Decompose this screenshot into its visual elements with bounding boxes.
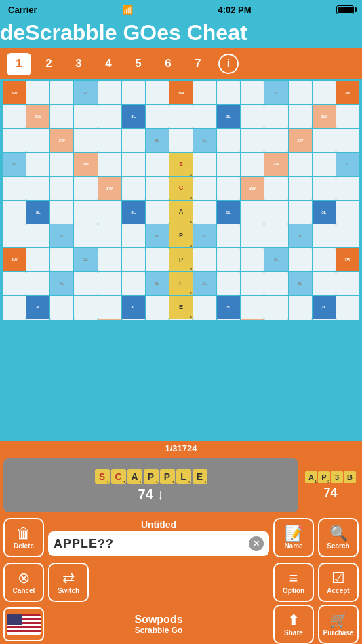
board-cell-8-0 — [3, 272, 26, 295]
clear-button[interactable]: ✕ — [249, 536, 264, 551]
delete-button[interactable]: 🗑 Delete — [3, 518, 44, 557]
board-cell-0-1 — [26, 81, 49, 104]
tab-6[interactable]: 6 — [156, 53, 180, 75]
board-cell-6-13 — [313, 224, 336, 247]
board-cell-10-4: 2W — [98, 319, 121, 320]
tab-2[interactable]: 2 — [37, 53, 61, 75]
info-button[interactable]: i — [218, 54, 239, 74]
board-cell-10-12 — [289, 319, 312, 320]
board-cell-8-13 — [313, 272, 336, 295]
board-cell-10-13 — [313, 319, 336, 320]
word-input[interactable] — [54, 537, 249, 551]
board-cell-3-8 — [193, 153, 216, 176]
board-cell-7-14: 3W — [336, 248, 359, 271]
action-row: ⊗ Cancel ⇄ Switch ≡ Option ☑ Accept — [0, 560, 362, 605]
name-label: Name — [284, 542, 302, 550]
board-cell-6-12: 2L — [289, 224, 312, 247]
board-cell-4-1 — [26, 177, 49, 200]
input-row: 🗑 Delete Untitled ✕ 📝 Name 🔍 Search — [0, 515, 362, 560]
board-cell-10-11 — [264, 319, 287, 320]
board-cell-5-11 — [264, 201, 287, 224]
board-cell-9-11 — [264, 296, 287, 319]
board-cell-9-4 — [98, 296, 121, 319]
board-cell-1-1: 2W — [26, 105, 49, 128]
board-cell-8-6: 2L — [146, 272, 169, 295]
board-cell-8-3 — [74, 272, 97, 295]
board-cell-5-9: 3L — [217, 201, 240, 224]
board-cell-7-11: 2L — [264, 248, 287, 271]
word-score: 74 ↓ — [138, 487, 164, 502]
board-cell-1-13: 2W — [313, 105, 336, 128]
name-button[interactable]: 📝 Name — [273, 518, 314, 557]
tab-4[interactable]: 4 — [96, 53, 121, 75]
board-cell-2-1 — [26, 129, 49, 152]
board-cell-2-10 — [241, 129, 264, 152]
purchase-button[interactable]: 🛒 Purchase — [318, 605, 359, 644]
option-icon: ≡ — [289, 571, 298, 586]
board-cell-10-14 — [336, 319, 359, 320]
board-cell-8-4 — [98, 272, 121, 295]
board-cell-5-2 — [50, 201, 73, 224]
search-button[interactable]: 🔍 Search — [318, 518, 359, 557]
tab-5[interactable]: 5 — [126, 53, 150, 75]
board-cell-5-13: 3L — [313, 201, 336, 224]
option-button[interactable]: ≡ Option — [273, 563, 314, 602]
board-cell-6-9 — [217, 224, 240, 247]
board-cell-9-2 — [50, 296, 73, 319]
tab-3[interactable]: 3 — [66, 53, 91, 75]
board-cell-5-8 — [193, 201, 216, 224]
board-cell-0-8 — [193, 81, 216, 104]
tile-S: S1 — [95, 469, 110, 484]
board-cell-8-9 — [217, 272, 240, 295]
cancel-button[interactable]: ⊗ Cancel — [3, 563, 44, 602]
board-cell-10-0 — [3, 319, 26, 320]
board-cell-2-0 — [3, 129, 26, 152]
board-cell-5-6 — [146, 201, 169, 224]
board-cell-4-5 — [122, 177, 145, 200]
board-cell-1-3 — [74, 105, 97, 128]
board-cell-5-14 — [336, 201, 359, 224]
board-cell-4-2 — [50, 177, 73, 200]
board-cell-6-4 — [98, 224, 121, 247]
board-cell-9-10 — [241, 296, 264, 319]
board-cell-4-8 — [193, 177, 216, 200]
share-icon: ⬆ — [287, 613, 300, 628]
side-tile-A: A1 — [305, 471, 317, 483]
flag-button[interactable] — [3, 607, 44, 641]
counter-label: 1/31724 — [165, 443, 197, 454]
board-cell-8-10 — [241, 272, 264, 295]
share-button[interactable]: ⬆ Share — [273, 605, 314, 644]
board-cell-3-11: 2W — [264, 153, 287, 176]
board-cell-7-9 — [217, 248, 240, 271]
board-cell-0-11: 2L — [264, 81, 287, 104]
board-cell-9-8 — [193, 296, 216, 319]
flag-canton — [7, 614, 22, 625]
word-display-row: S1 C3 A1 P3 P3 L1 E1 74 ↓ A1 P3 3 B 74 — [0, 456, 362, 515]
board-cell-4-7: C3 — [169, 177, 193, 200]
board-cell-3-9 — [217, 153, 240, 176]
board-cell-1-5: 3L — [122, 105, 145, 128]
board-cell-1-8 — [193, 105, 216, 128]
board-cell-6-11 — [264, 224, 287, 247]
accept-label: Accept — [327, 587, 349, 595]
board-cell-9-14 — [336, 296, 359, 319]
board-cell-3-14: 2L — [336, 153, 359, 176]
tab-1[interactable]: 1 — [7, 53, 31, 75]
board-cell-1-9: 3L — [217, 105, 240, 128]
board-cell-9-3 — [74, 296, 97, 319]
edit-icon: 📝 — [285, 526, 303, 541]
accept-button[interactable]: ☑ Accept — [318, 563, 359, 602]
board-cell-9-5: 3L — [122, 296, 145, 319]
switch-button[interactable]: ⇄ Switch — [48, 563, 89, 602]
board-cell-1-4 — [98, 105, 121, 128]
board-cell-0-14: 3W — [336, 81, 359, 104]
board-cell-3-0: 2L — [3, 153, 26, 176]
input-area: Untitled ✕ — [48, 519, 269, 556]
tab-7[interactable]: 7 — [186, 53, 210, 75]
tile-C: C3 — [111, 469, 126, 484]
board-cell-9-9: 3L — [217, 296, 240, 319]
side-word-tiles: A1 P3 3 B — [305, 471, 356, 483]
board-cell-3-13 — [313, 153, 336, 176]
board-cell-7-6 — [146, 248, 169, 271]
board-cell-4-10: 2W — [241, 177, 264, 200]
